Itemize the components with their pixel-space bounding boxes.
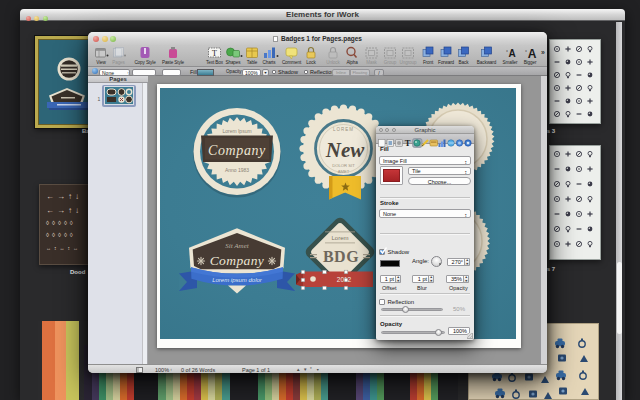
svg-text:Smaller: Smaller: [503, 60, 518, 65]
svg-text:Forward: Forward: [438, 60, 455, 65]
svg-text:Group: Group: [384, 60, 397, 65]
svg-text:Text Box: Text Box: [206, 60, 224, 65]
svg-text:Ungroup: Ungroup: [400, 60, 417, 65]
svg-text:T: T: [405, 138, 411, 148]
svg-text:BDG: BDG: [323, 248, 359, 265]
svg-text:Anno 1983: Anno 1983: [225, 167, 249, 173]
svg-text:Lock: Lock: [306, 60, 316, 65]
svg-text:Backward: Backward: [477, 60, 497, 65]
svg-text:Lorem Ipsum: Lorem Ipsum: [222, 128, 251, 134]
svg-text:Back: Back: [459, 60, 470, 65]
svg-text:New: New: [325, 138, 365, 162]
svg-text:Alpha: Alpha: [346, 60, 358, 65]
svg-text:AMET: AMET: [338, 169, 350, 174]
svg-text:DOLOR SIT: DOLOR SIT: [332, 163, 355, 168]
svg-text:Sit Amet: Sit Amet: [225, 242, 249, 250]
svg-text:Table: Table: [247, 60, 258, 65]
svg-text:Copy Style: Copy Style: [134, 60, 156, 65]
svg-text:A: A: [508, 48, 515, 59]
svg-text:Lorem ipsum dolor: Lorem ipsum dolor: [212, 277, 263, 283]
svg-text:Pages: Pages: [112, 60, 125, 65]
svg-text:Front: Front: [423, 60, 434, 65]
svg-text:Shapes: Shapes: [226, 60, 242, 65]
svg-text:Bigger: Bigger: [524, 60, 537, 65]
svg-text:LOREM: LOREM: [333, 127, 354, 132]
svg-text:Company: Company: [208, 143, 266, 158]
svg-text:Paste Style: Paste Style: [162, 60, 185, 65]
svg-text:Company: Company: [210, 253, 265, 268]
svg-text:Comment: Comment: [282, 60, 302, 65]
svg-text:»: »: [541, 49, 545, 56]
svg-text:Unlock: Unlock: [326, 60, 340, 65]
svg-text:Lorem: Lorem: [331, 235, 348, 241]
svg-text:Charts: Charts: [263, 60, 277, 65]
svg-text:Mask: Mask: [366, 60, 377, 65]
svg-text:T: T: [212, 49, 217, 58]
svg-text:View: View: [96, 60, 106, 65]
